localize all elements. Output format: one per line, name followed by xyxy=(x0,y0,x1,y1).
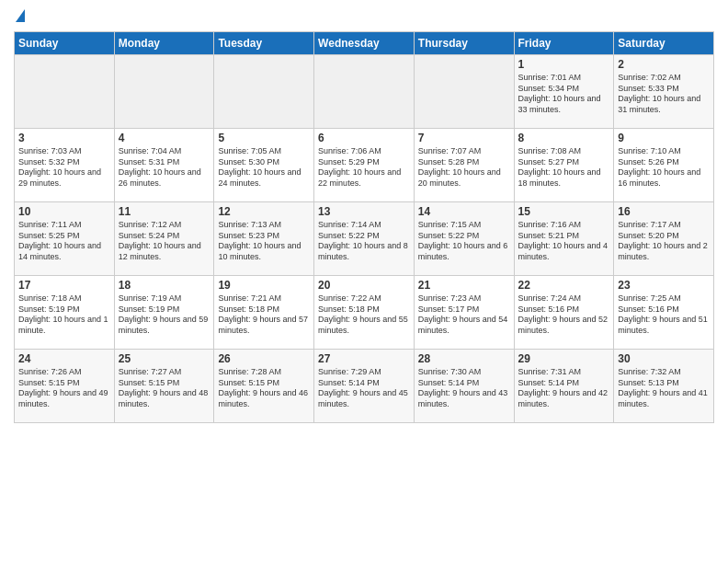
day-info: Sunset: 5:13 PM xyxy=(618,378,710,389)
day-info: Sunset: 5:22 PM xyxy=(418,231,510,242)
day-header-thursday: Thursday xyxy=(414,32,514,55)
calendar-cell: 13Sunrise: 7:14 AMSunset: 5:22 PMDayligh… xyxy=(314,202,415,276)
day-info: Sunrise: 7:01 AM xyxy=(518,73,610,84)
day-info: Daylight: 9 hours and 54 minutes. xyxy=(418,315,510,336)
day-info: Daylight: 9 hours and 42 minutes. xyxy=(518,388,610,409)
day-header-saturday: Saturday xyxy=(614,32,714,55)
calendar-cell: 3Sunrise: 7:03 AMSunset: 5:32 PMDaylight… xyxy=(15,129,115,202)
calendar-cell: 12Sunrise: 7:13 AMSunset: 5:23 PMDayligh… xyxy=(214,202,314,276)
day-info: Daylight: 9 hours and 41 minutes. xyxy=(618,388,710,409)
day-number: 3 xyxy=(18,132,110,144)
day-info: Sunset: 5:16 PM xyxy=(518,304,610,316)
day-number: 17 xyxy=(18,279,110,292)
calendar-week-row: 10Sunrise: 7:11 AMSunset: 5:25 PMDayligh… xyxy=(15,202,714,276)
day-number: 22 xyxy=(518,279,610,292)
calendar-cell: 30Sunrise: 7:32 AMSunset: 5:13 PMDayligh… xyxy=(614,350,714,423)
day-info: Sunrise: 7:15 AM xyxy=(418,220,510,231)
day-info: Sunset: 5:14 PM xyxy=(318,378,410,389)
day-info: Sunrise: 7:08 AM xyxy=(518,146,610,157)
calendar-cell: 20Sunrise: 7:22 AMSunset: 5:18 PMDayligh… xyxy=(314,276,415,350)
page-header xyxy=(14,9,714,24)
calendar-cell: 10Sunrise: 7:11 AMSunset: 5:25 PMDayligh… xyxy=(15,202,115,276)
day-info: Sunset: 5:18 PM xyxy=(218,304,310,316)
day-number: 14 xyxy=(418,205,510,218)
day-info: Sunrise: 7:24 AM xyxy=(518,293,610,304)
day-number: 27 xyxy=(318,352,410,365)
day-info: Sunset: 5:31 PM xyxy=(119,157,210,168)
calendar-cell: 19Sunrise: 7:21 AMSunset: 5:18 PMDayligh… xyxy=(214,276,314,350)
calendar-cell: 21Sunrise: 7:23 AMSunset: 5:17 PMDayligh… xyxy=(414,276,514,350)
day-info: Sunrise: 7:03 AM xyxy=(18,146,110,157)
day-info: Sunrise: 7:28 AM xyxy=(218,367,310,378)
day-number: 19 xyxy=(218,279,310,292)
calendar-cell: 27Sunrise: 7:29 AMSunset: 5:14 PMDayligh… xyxy=(314,350,415,423)
logo-icon xyxy=(16,9,25,22)
day-info: Sunrise: 7:14 AM xyxy=(318,220,410,231)
day-info: Daylight: 10 hours and 18 minutes. xyxy=(518,167,610,189)
day-number: 26 xyxy=(218,352,310,365)
day-info: Daylight: 10 hours and 24 minutes. xyxy=(218,167,310,189)
day-info: Sunrise: 7:30 AM xyxy=(418,367,510,378)
calendar-cell: 5Sunrise: 7:05 AMSunset: 5:30 PMDaylight… xyxy=(214,129,314,202)
day-number: 25 xyxy=(119,352,210,365)
day-info: Sunset: 5:15 PM xyxy=(218,378,310,389)
day-number: 9 xyxy=(618,132,710,144)
calendar-cell: 7Sunrise: 7:07 AMSunset: 5:28 PMDaylight… xyxy=(414,129,514,202)
calendar-cell: 4Sunrise: 7:04 AMSunset: 5:31 PMDaylight… xyxy=(114,129,214,202)
day-number: 15 xyxy=(518,205,610,218)
day-number: 5 xyxy=(218,132,310,144)
day-info: Sunset: 5:15 PM xyxy=(18,378,110,389)
day-info: Daylight: 10 hours and 4 minutes. xyxy=(518,241,610,262)
calendar-cell: 15Sunrise: 7:16 AMSunset: 5:21 PMDayligh… xyxy=(514,202,614,276)
day-info: Daylight: 9 hours and 57 minutes. xyxy=(218,315,310,336)
day-info: Sunrise: 7:31 AM xyxy=(518,367,610,378)
day-info: Daylight: 10 hours and 14 minutes. xyxy=(18,241,110,262)
day-info: Sunrise: 7:12 AM xyxy=(119,220,210,231)
day-info: Sunset: 5:14 PM xyxy=(518,378,610,389)
day-info: Daylight: 9 hours and 48 minutes. xyxy=(119,388,210,409)
logo xyxy=(14,9,25,24)
day-info: Sunrise: 7:18 AM xyxy=(18,293,110,304)
day-info: Daylight: 9 hours and 49 minutes. xyxy=(18,388,110,409)
day-info: Sunset: 5:27 PM xyxy=(518,157,610,168)
day-info: Sunrise: 7:26 AM xyxy=(18,367,110,378)
day-info: Daylight: 10 hours and 1 minute. xyxy=(18,315,110,336)
day-number: 16 xyxy=(618,205,710,218)
day-info: Sunset: 5:19 PM xyxy=(119,304,210,316)
day-info: Sunrise: 7:32 AM xyxy=(618,367,710,378)
day-info: Daylight: 10 hours and 6 minutes. xyxy=(418,241,510,262)
calendar-cell xyxy=(314,55,415,129)
day-info: Daylight: 10 hours and 33 minutes. xyxy=(518,94,610,115)
day-info: Sunrise: 7:22 AM xyxy=(318,293,410,304)
day-number: 4 xyxy=(119,132,210,144)
calendar-cell: 26Sunrise: 7:28 AMSunset: 5:15 PMDayligh… xyxy=(214,350,314,423)
day-info: Daylight: 9 hours and 45 minutes. xyxy=(318,388,410,409)
day-info: Sunset: 5:14 PM xyxy=(418,378,510,389)
calendar-week-row: 24Sunrise: 7:26 AMSunset: 5:15 PMDayligh… xyxy=(15,350,714,423)
day-info: Sunset: 5:17 PM xyxy=(418,304,510,316)
day-number: 10 xyxy=(18,205,110,218)
calendar-cell: 29Sunrise: 7:31 AMSunset: 5:14 PMDayligh… xyxy=(514,350,614,423)
calendar-cell: 11Sunrise: 7:12 AMSunset: 5:24 PMDayligh… xyxy=(114,202,214,276)
day-number: 23 xyxy=(618,279,710,292)
day-info: Daylight: 9 hours and 55 minutes. xyxy=(318,315,410,336)
day-info: Sunrise: 7:13 AM xyxy=(218,220,310,231)
day-info: Sunrise: 7:17 AM xyxy=(618,220,710,231)
day-info: Sunset: 5:21 PM xyxy=(518,231,610,242)
day-info: Sunset: 5:23 PM xyxy=(218,231,310,242)
day-number: 13 xyxy=(318,205,410,218)
day-info: Sunset: 5:32 PM xyxy=(18,157,110,168)
calendar-cell: 8Sunrise: 7:08 AMSunset: 5:27 PMDaylight… xyxy=(514,129,614,202)
day-info: Sunset: 5:30 PM xyxy=(218,157,310,168)
day-info: Sunset: 5:29 PM xyxy=(318,157,410,168)
day-number: 29 xyxy=(518,352,610,365)
day-info: Daylight: 10 hours and 20 minutes. xyxy=(418,167,510,189)
day-info: Sunrise: 7:07 AM xyxy=(418,146,510,157)
day-number: 30 xyxy=(618,352,710,365)
calendar-week-row: 3Sunrise: 7:03 AMSunset: 5:32 PMDaylight… xyxy=(15,129,714,202)
day-info: Sunset: 5:20 PM xyxy=(618,231,710,242)
day-number: 18 xyxy=(119,279,210,292)
day-number: 1 xyxy=(518,58,610,71)
day-info: Sunset: 5:16 PM xyxy=(618,304,710,316)
day-info: Sunset: 5:15 PM xyxy=(119,378,210,389)
